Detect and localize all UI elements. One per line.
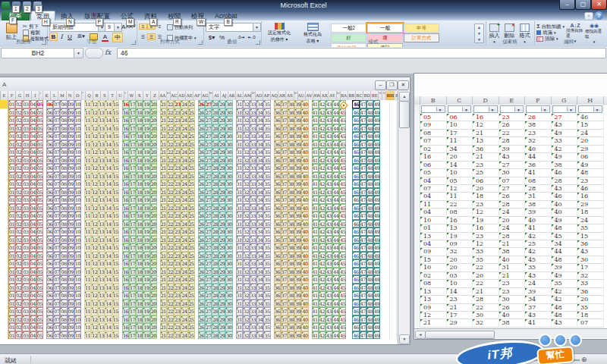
grid-cell[interactable]: 12 <box>91 116 98 124</box>
grid-cell[interactable]: 04 <box>30 236 36 244</box>
grid-cell[interactable]: 35 <box>263 164 270 172</box>
grid-cell[interactable]: 19 <box>143 331 149 340</box>
grid-cell[interactable]: 29 <box>219 331 225 340</box>
grid-cell[interactable]: 31 <box>236 284 243 292</box>
grid-cell[interactable]: 28 <box>212 140 219 149</box>
grid-cell[interactable]: 43 <box>525 312 552 319</box>
grid-cell[interactable]: 37 <box>281 196 288 204</box>
grid-cell[interactable]: 15 <box>112 275 119 284</box>
grid-cell[interactable]: 34 <box>256 212 263 220</box>
grid-cell[interactable]: 01 <box>8 259 15 268</box>
grid-cell[interactable]: 46 <box>577 185 604 193</box>
grid-cell[interactable]: 15 <box>577 233 604 240</box>
grid-cell[interactable]: 19 <box>143 220 149 228</box>
grid-cell[interactable]: 36 <box>274 236 281 244</box>
grid-cell[interactable]: 10 <box>74 116 81 124</box>
grid-cell[interactable]: 35 <box>263 100 270 108</box>
grid-cell[interactable]: 19 <box>447 233 473 240</box>
grid-cell[interactable]: 30 <box>225 315 232 324</box>
grid-cell[interactable]: 32 <box>243 291 250 300</box>
grid-cell[interactable]: 36 <box>577 240 604 248</box>
grid-cell[interactable]: 11 <box>447 193 473 200</box>
grid-cell[interactable]: 01 <box>8 323 15 331</box>
column-header-G[interactable]: G <box>552 96 578 105</box>
grid-cell[interactable]: 31 <box>236 116 243 124</box>
grid-cell[interactable]: 42 <box>319 124 326 133</box>
column-header-AY[interactable]: AY <box>329 91 336 100</box>
grid-cell[interactable]: 08 <box>60 252 67 260</box>
grid-cell[interactable]: 01 <box>8 100 15 108</box>
grid-cell[interactable]: 45 <box>339 323 346 331</box>
grid-cell[interactable]: 26 <box>198 228 205 236</box>
grid-cell[interactable]: 09 <box>68 108 74 117</box>
grid-cell[interactable]: 03 <box>22 220 29 228</box>
grid-cell[interactable]: 33 <box>552 137 578 145</box>
grid-cell[interactable]: 24 <box>181 156 187 165</box>
grid-cell[interactable]: 08 <box>60 124 67 133</box>
grid-cell[interactable]: 07 <box>53 196 60 204</box>
grid-cell[interactable]: 34 <box>256 331 263 340</box>
grid-cell[interactable]: 46 <box>352 196 359 204</box>
grid-cell[interactable]: 27 <box>205 140 212 149</box>
grid-cell[interactable]: 32 <box>243 268 250 276</box>
grid-cell[interactable]: 41 <box>312 228 319 236</box>
grid-cell[interactable]: 25 <box>525 240 552 248</box>
grid-cell[interactable]: 23 <box>174 212 181 220</box>
grid-cell[interactable]: 47 <box>360 307 366 315</box>
grid-cell[interactable]: 21 <box>499 240 526 248</box>
grid-cell[interactable]: 01 <box>8 156 15 165</box>
grid-cell[interactable]: 08 <box>60 140 67 149</box>
grid-cell[interactable]: 23 <box>174 228 181 236</box>
grid-cell[interactable]: 06 <box>46 172 53 180</box>
grid-cell[interactable]: 44 <box>332 228 339 236</box>
grid-cell[interactable]: 42 <box>319 172 326 180</box>
grid-cell[interactable]: 40 <box>301 275 308 284</box>
grid-cell[interactable]: 18 <box>577 209 604 216</box>
grid-cell[interactable]: 06 <box>46 164 53 172</box>
grid-cell[interactable]: 28 <box>212 188 219 196</box>
grid-cell[interactable]: 16 <box>122 116 129 124</box>
grid-cell[interactable]: 43 <box>326 323 332 331</box>
grid-cell[interactable]: 42 <box>319 188 326 196</box>
grid-cell[interactable]: 10 <box>74 188 81 196</box>
grid-cell[interactable]: 46 <box>352 220 359 228</box>
grid-cell[interactable]: 38 <box>288 291 294 300</box>
grid-cell[interactable]: 48 <box>366 236 373 244</box>
grid-cell[interactable]: 40 <box>301 140 308 149</box>
grid-cell[interactable]: 03 <box>22 196 29 204</box>
grid-cell[interactable]: 27 <box>205 315 212 324</box>
grid-cell[interactable]: 19 <box>143 323 149 331</box>
grid-cell[interactable]: 35 <box>263 132 270 140</box>
grid-cell[interactable]: 16 <box>122 252 129 260</box>
grid-cell[interactable]: 40 <box>301 196 308 204</box>
grid-cell[interactable]: 03 <box>22 100 29 108</box>
grid-cell[interactable]: 47 <box>360 331 366 340</box>
grid-cell[interactable]: 21 <box>160 259 167 268</box>
grid-cell[interactable]: 12 <box>91 259 98 268</box>
grid-cell[interactable]: 21 <box>160 284 167 292</box>
grid-cell[interactable]: 17 <box>129 108 136 117</box>
grid-cell[interactable]: 38 <box>499 319 526 327</box>
grid-cell[interactable]: 13 <box>98 156 105 165</box>
grid-cell[interactable]: 49 <box>552 130 578 137</box>
grid-cell[interactable]: 39 <box>294 275 301 284</box>
grid-cell[interactable]: 14 <box>105 228 112 236</box>
grid-cell[interactable]: 28 <box>212 108 219 117</box>
grid-cell[interactable]: 26 <box>499 193 526 200</box>
grid-cell[interactable]: 40 <box>525 146 552 153</box>
grid-cell[interactable]: 42 <box>319 164 326 172</box>
grid-cell[interactable]: 11 <box>84 236 91 244</box>
grid-cell[interactable]: 23 <box>174 108 181 117</box>
grid-cell[interactable]: 05 <box>36 172 43 180</box>
grid-cell[interactable]: 24 <box>181 124 187 133</box>
grid-cell[interactable]: 33 <box>250 188 256 196</box>
grid-cell[interactable]: 39 <box>294 236 301 244</box>
grid-cell[interactable]: 35 <box>473 256 499 264</box>
grid-cell[interactable]: 03 <box>447 272 473 280</box>
grid-cell[interactable]: 16 <box>122 300 129 308</box>
grid-cell[interactable]: 38 <box>288 140 294 149</box>
grid-cell[interactable]: 24 <box>181 228 187 236</box>
grid-cell[interactable]: 10 <box>74 172 81 180</box>
grid-cell[interactable]: 34 <box>447 146 473 153</box>
grid-cell[interactable]: 17 <box>577 264 604 271</box>
